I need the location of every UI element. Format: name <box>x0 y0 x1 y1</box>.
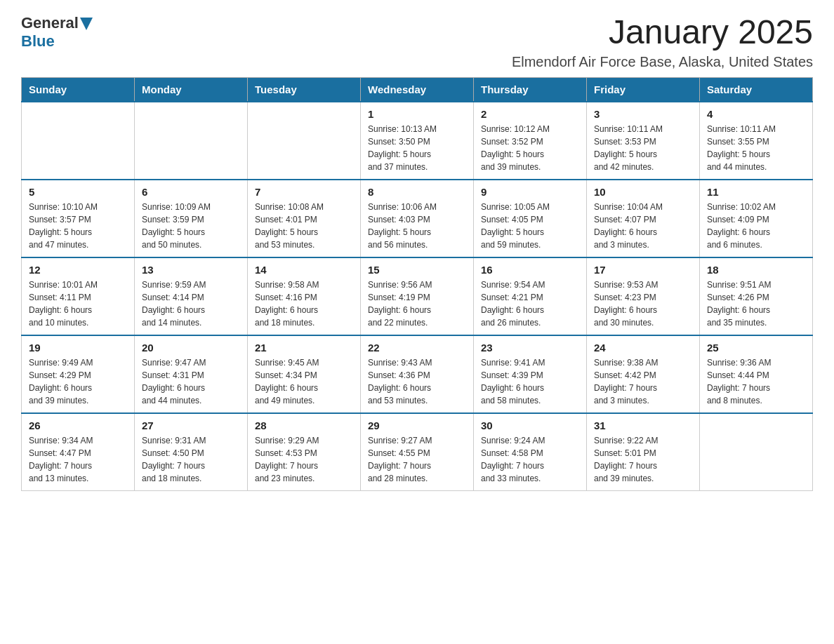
day-info: Sunrise: 9:59 AM Sunset: 4:14 PM Dayligh… <box>142 279 240 329</box>
day-number: 18 <box>707 264 805 276</box>
calendar-day-cell: 4Sunrise: 10:11 AM Sunset: 3:55 PM Dayli… <box>700 102 813 180</box>
day-number: 6 <box>142 186 240 198</box>
calendar-day-cell: 29Sunrise: 9:27 AM Sunset: 4:55 PM Dayli… <box>361 413 474 491</box>
day-info: Sunrise: 10:06 AM Sunset: 4:03 PM Daylig… <box>368 201 466 251</box>
day-number: 26 <box>29 420 127 431</box>
day-number: 29 <box>368 420 466 431</box>
calendar-day-cell: 11Sunrise: 10:02 AM Sunset: 4:09 PM Dayl… <box>700 180 813 257</box>
calendar-day-cell: 27Sunrise: 9:31 AM Sunset: 4:50 PM Dayli… <box>135 413 248 491</box>
day-number: 27 <box>142 420 240 431</box>
calendar-day-cell <box>22 102 135 180</box>
day-of-week-header: Tuesday <box>248 77 361 102</box>
calendar-day-cell: 1Sunrise: 10:13 AM Sunset: 3:50 PM Dayli… <box>361 102 474 180</box>
calendar-day-cell: 15Sunrise: 9:56 AM Sunset: 4:19 PM Dayli… <box>361 257 474 335</box>
day-info: Sunrise: 9:58 AM Sunset: 4:16 PM Dayligh… <box>255 279 353 329</box>
calendar-day-cell: 3Sunrise: 10:11 AM Sunset: 3:53 PM Dayli… <box>587 102 700 180</box>
day-number: 1 <box>368 108 466 120</box>
day-number: 21 <box>255 342 353 354</box>
calendar-day-cell: 5Sunrise: 10:10 AM Sunset: 3:57 PM Dayli… <box>22 180 135 257</box>
day-info: Sunrise: 9:56 AM Sunset: 4:19 PM Dayligh… <box>368 279 466 329</box>
day-info: Sunrise: 10:02 AM Sunset: 4:09 PM Daylig… <box>707 201 805 251</box>
days-of-week-row: SundayMondayTuesdayWednesdayThursdayFrid… <box>22 77 813 102</box>
calendar-day-cell: 16Sunrise: 9:54 AM Sunset: 4:21 PM Dayli… <box>474 257 587 335</box>
day-info: Sunrise: 10:11 AM Sunset: 3:55 PM Daylig… <box>707 123 805 173</box>
day-number: 15 <box>368 264 466 276</box>
day-number: 25 <box>707 342 805 354</box>
calendar-day-cell: 14Sunrise: 9:58 AM Sunset: 4:16 PM Dayli… <box>248 257 361 335</box>
day-of-week-header: Friday <box>587 77 700 102</box>
calendar-week-row: 5Sunrise: 10:10 AM Sunset: 3:57 PM Dayli… <box>22 180 813 257</box>
calendar-day-cell: 30Sunrise: 9:24 AM Sunset: 4:58 PM Dayli… <box>474 413 587 491</box>
day-info: Sunrise: 10:08 AM Sunset: 4:01 PM Daylig… <box>255 201 353 251</box>
day-info: Sunrise: 9:51 AM Sunset: 4:26 PM Dayligh… <box>707 279 805 329</box>
calendar-day-cell: 6Sunrise: 10:09 AM Sunset: 3:59 PM Dayli… <box>135 180 248 257</box>
day-number: 30 <box>481 420 579 431</box>
day-info: Sunrise: 9:49 AM Sunset: 4:29 PM Dayligh… <box>29 356 127 407</box>
calendar-day-cell: 22Sunrise: 9:43 AM Sunset: 4:36 PM Dayli… <box>361 335 474 413</box>
day-info: Sunrise: 10:13 AM Sunset: 3:50 PM Daylig… <box>368 123 466 173</box>
day-of-week-header: Sunday <box>22 77 135 102</box>
day-number: 13 <box>142 264 240 276</box>
calendar-day-cell: 18Sunrise: 9:51 AM Sunset: 4:26 PM Dayli… <box>700 257 813 335</box>
calendar-day-cell: 31Sunrise: 9:22 AM Sunset: 5:01 PM Dayli… <box>587 413 700 491</box>
day-info: Sunrise: 10:01 AM Sunset: 4:11 PM Daylig… <box>29 279 127 329</box>
calendar-day-cell: 26Sunrise: 9:34 AM Sunset: 4:47 PM Dayli… <box>22 413 135 491</box>
day-info: Sunrise: 9:45 AM Sunset: 4:34 PM Dayligh… <box>255 356 353 407</box>
calendar-day-cell: 21Sunrise: 9:45 AM Sunset: 4:34 PM Dayli… <box>248 335 361 413</box>
calendar-body: 1Sunrise: 10:13 AM Sunset: 3:50 PM Dayli… <box>22 102 813 491</box>
calendar-header: SundayMondayTuesdayWednesdayThursdayFrid… <box>22 77 813 102</box>
calendar-day-cell: 9Sunrise: 10:05 AM Sunset: 4:05 PM Dayli… <box>474 180 587 257</box>
day-number: 19 <box>29 342 127 354</box>
day-info: Sunrise: 9:24 AM Sunset: 4:58 PM Dayligh… <box>481 434 579 485</box>
day-number: 5 <box>29 186 127 198</box>
logo: General Blue <box>21 14 93 51</box>
day-info: Sunrise: 10:11 AM Sunset: 3:53 PM Daylig… <box>594 123 692 173</box>
day-number: 16 <box>481 264 579 276</box>
calendar-day-cell: 8Sunrise: 10:06 AM Sunset: 4:03 PM Dayli… <box>361 180 474 257</box>
day-of-week-header: Wednesday <box>361 77 474 102</box>
day-number: 14 <box>255 264 353 276</box>
logo-general-text: General <box>21 14 79 32</box>
day-info: Sunrise: 9:47 AM Sunset: 4:31 PM Dayligh… <box>142 356 240 407</box>
day-of-week-header: Saturday <box>700 77 813 102</box>
day-number: 11 <box>707 186 805 198</box>
calendar-day-cell: 17Sunrise: 9:53 AM Sunset: 4:23 PM Dayli… <box>587 257 700 335</box>
location-title: Elmendorf Air Force Base, Alaska, United… <box>512 54 813 70</box>
day-info: Sunrise: 10:09 AM Sunset: 3:59 PM Daylig… <box>142 201 240 251</box>
logo-blue-text: Blue <box>21 32 93 51</box>
day-number: 20 <box>142 342 240 354</box>
day-number: 9 <box>481 186 579 198</box>
day-number: 2 <box>481 108 579 120</box>
day-number: 10 <box>594 186 692 198</box>
day-number: 22 <box>368 342 466 354</box>
calendar-day-cell <box>700 413 813 491</box>
calendar-day-cell: 2Sunrise: 10:12 AM Sunset: 3:52 PM Dayli… <box>474 102 587 180</box>
calendar-week-row: 1Sunrise: 10:13 AM Sunset: 3:50 PM Dayli… <box>22 102 813 180</box>
day-info: Sunrise: 10:10 AM Sunset: 3:57 PM Daylig… <box>29 201 127 251</box>
calendar-day-cell: 25Sunrise: 9:36 AM Sunset: 4:44 PM Dayli… <box>700 335 813 413</box>
day-info: Sunrise: 9:31 AM Sunset: 4:50 PM Dayligh… <box>142 434 240 485</box>
day-of-week-header: Thursday <box>474 77 587 102</box>
calendar-day-cell: 10Sunrise: 10:04 AM Sunset: 4:07 PM Dayl… <box>587 180 700 257</box>
day-info: Sunrise: 9:54 AM Sunset: 4:21 PM Dayligh… <box>481 279 579 329</box>
day-info: Sunrise: 10:04 AM Sunset: 4:07 PM Daylig… <box>594 201 692 251</box>
calendar-day-cell: 7Sunrise: 10:08 AM Sunset: 4:01 PM Dayli… <box>248 180 361 257</box>
day-number: 23 <box>481 342 579 354</box>
day-info: Sunrise: 9:22 AM Sunset: 5:01 PM Dayligh… <box>594 434 692 485</box>
calendar-day-cell: 23Sunrise: 9:41 AM Sunset: 4:39 PM Dayli… <box>474 335 587 413</box>
calendar-day-cell: 20Sunrise: 9:47 AM Sunset: 4:31 PM Dayli… <box>135 335 248 413</box>
calendar-week-row: 12Sunrise: 10:01 AM Sunset: 4:11 PM Dayl… <box>22 257 813 335</box>
day-info: Sunrise: 9:27 AM Sunset: 4:55 PM Dayligh… <box>368 434 466 485</box>
calendar-day-cell: 12Sunrise: 10:01 AM Sunset: 4:11 PM Dayl… <box>22 257 135 335</box>
page-header: General Blue January 2025 Elmendorf Air … <box>21 14 813 70</box>
day-info: Sunrise: 10:12 AM Sunset: 3:52 PM Daylig… <box>481 123 579 173</box>
day-info: Sunrise: 9:34 AM Sunset: 4:47 PM Dayligh… <box>29 434 127 485</box>
day-number: 4 <box>707 108 805 120</box>
day-of-week-header: Monday <box>135 77 248 102</box>
calendar-day-cell: 13Sunrise: 9:59 AM Sunset: 4:14 PM Dayli… <box>135 257 248 335</box>
day-info: Sunrise: 9:43 AM Sunset: 4:36 PM Dayligh… <box>368 356 466 407</box>
calendar-day-cell <box>135 102 248 180</box>
day-number: 3 <box>594 108 692 120</box>
calendar-day-cell: 28Sunrise: 9:29 AM Sunset: 4:53 PM Dayli… <box>248 413 361 491</box>
calendar-week-row: 26Sunrise: 9:34 AM Sunset: 4:47 PM Dayli… <box>22 413 813 491</box>
